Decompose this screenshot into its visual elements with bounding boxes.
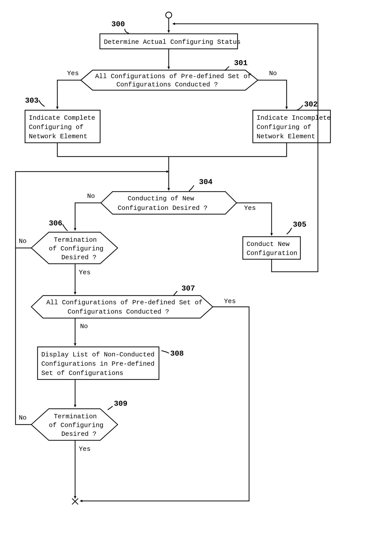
flowchart-diagram: Determine Actual Configuring Status 300 … xyxy=(0,0,392,535)
yes-306: Yes xyxy=(79,269,91,276)
dec-309-l2: of Configuring xyxy=(49,422,103,429)
box-303-l1: Indicate Complete xyxy=(29,114,95,122)
dec-309-l1: Termination xyxy=(54,413,97,420)
dec-304-l2: Configuration Desired ? xyxy=(118,204,208,212)
box-308-l2: Configurations in Pre-defined xyxy=(41,360,154,368)
box-303-l3: Network Element xyxy=(29,133,87,140)
no-306: No xyxy=(19,237,27,245)
label-301: 301 xyxy=(234,59,248,67)
label-303: 303 xyxy=(25,96,39,105)
no-307: No xyxy=(80,323,88,330)
label-306: 306 xyxy=(49,219,62,228)
dec-307-l1: All Configurations of Pre-defined Set of xyxy=(46,299,203,306)
dec-301-line1: All Configurations of Pre-defined Set of xyxy=(95,73,251,80)
box-302-l2: Configuring of xyxy=(257,123,311,131)
yes-304: Yes xyxy=(244,204,256,212)
no-304: No xyxy=(87,192,95,200)
box-303-l2: Configuring of xyxy=(29,123,83,131)
dec-309-l3: Desired ? xyxy=(61,430,96,438)
dec-306-l2: of Configuring xyxy=(49,245,103,252)
dec-301-line2: Configurations Conducted ? xyxy=(116,81,218,88)
no-309: No xyxy=(19,414,27,422)
label-300: 300 xyxy=(111,20,125,29)
dec-306-l3: Desired ? xyxy=(61,254,96,261)
dec-306-l1: Termination xyxy=(54,236,97,244)
start-node xyxy=(166,12,172,18)
yes-301: Yes xyxy=(67,70,79,77)
label-309: 309 xyxy=(114,399,127,408)
label-305: 305 xyxy=(293,220,306,229)
box-305-l2: Configuration xyxy=(247,249,297,257)
no-301: No xyxy=(269,70,277,77)
label-302: 302 xyxy=(304,100,318,109)
dec-304-l1: Conducting of New xyxy=(128,195,194,202)
yes-309: Yes xyxy=(79,445,91,453)
box-308-l3: Set of Configurations xyxy=(41,369,123,377)
box-305-l1: Conduct New xyxy=(247,240,290,248)
box-300-text: Determine Actual Configuring Status xyxy=(104,38,241,46)
label-308: 308 xyxy=(170,349,184,358)
label-304: 304 xyxy=(199,178,213,186)
end-node xyxy=(72,498,78,504)
box-308-l1: Display List of Non-Conducted xyxy=(41,351,154,358)
yes-307: Yes xyxy=(224,298,236,305)
dec-307-l2: Configurations Conducted ? xyxy=(68,308,169,316)
label-307: 307 xyxy=(181,284,195,293)
box-302-l1: Indicate Incomplete xyxy=(257,114,331,122)
box-302-l3: Network Element xyxy=(257,133,315,140)
